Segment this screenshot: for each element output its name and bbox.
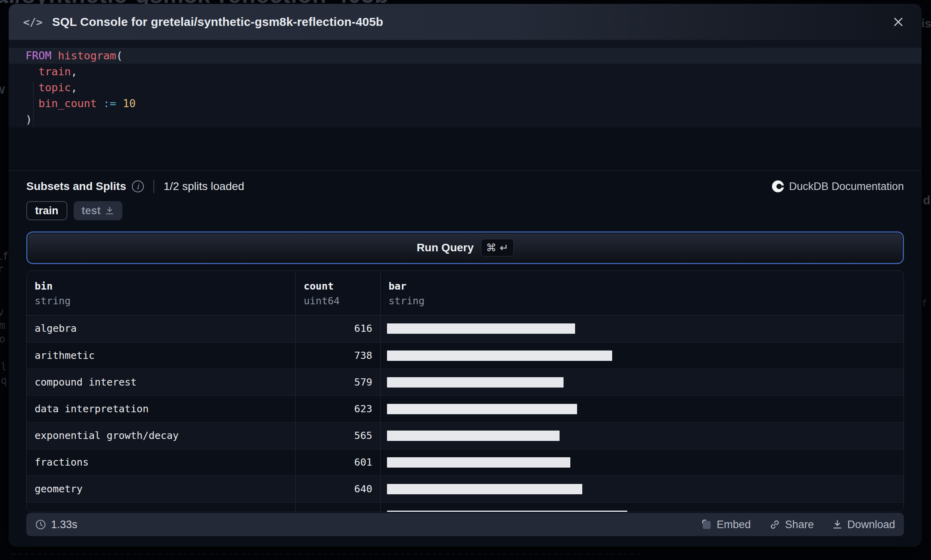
cell-bar [380, 423, 904, 449]
table-row: geometry640 [27, 476, 904, 502]
table-row-partial: 787 [27, 502, 904, 512]
table-body: algebra616arithmetic738compound interest… [27, 315, 904, 512]
page-background: ai/synthetic-gsm8k-reflection-405b wiftr… [0, 0, 931, 560]
cell-bar [380, 449, 904, 476]
histogram-bar [387, 404, 577, 414]
column-name: bin [35, 280, 287, 292]
column-name: count [304, 280, 372, 292]
histogram-bar [387, 323, 575, 334]
split-pill-test[interactable]: test [74, 201, 122, 220]
split-pill-test-label: test [82, 205, 101, 217]
background-text-fragment: if [0, 251, 8, 261]
embed-label: Embed [717, 519, 751, 531]
cell-bar [380, 503, 904, 512]
cell-bin: data interpretation [27, 396, 295, 422]
histogram-bar [387, 431, 560, 441]
cell-bin: arithmetic [27, 343, 295, 369]
subsets-row: Subsets and Splits i 1/2 splits loaded D… [9, 177, 921, 196]
column-name: bar [389, 280, 896, 292]
duckdb-documentation-link[interactable]: DuckDB Documentation [772, 180, 904, 193]
vertical-separator [153, 180, 154, 193]
download-icon [105, 206, 114, 215]
cell-bin: algebra [27, 315, 295, 342]
cell-count: 579 [295, 369, 380, 396]
column-type: string [389, 295, 896, 307]
column-type: string [35, 295, 287, 307]
code-token: 10 [123, 97, 136, 110]
column-type: uint64 [304, 295, 372, 307]
cell-count: 738 [295, 343, 380, 369]
run-query-label: Run Query [416, 241, 473, 254]
background-text-fragment: tr [0, 264, 4, 274]
subsets-heading: Subsets and Splits [26, 180, 126, 193]
table-header-row: bin string count uint64 bar string [27, 271, 904, 315]
background-dotted-line [12, 554, 642, 554]
cell-bar [380, 369, 904, 396]
sql-editor[interactable]: FROM histogram( train, topic, bin_count … [9, 40, 921, 127]
cell-count: 601 [295, 449, 380, 476]
code-line: topic, [9, 80, 921, 96]
background-text-fragment: is [921, 18, 931, 29]
modal-header: </> SQL Console for gretelai/synthetic-g… [9, 4, 921, 40]
split-pill-train[interactable]: train [26, 201, 67, 220]
query-duration: 1.33s [35, 519, 77, 531]
code-token [97, 97, 103, 110]
code-token: topic [39, 81, 71, 94]
splits-loaded-status: 1/2 splits loaded [164, 180, 244, 193]
cell-bar [380, 315, 904, 342]
code-token: , [71, 81, 77, 94]
background-text-fragment: to [0, 334, 5, 344]
query-duration-value: 1.33s [51, 519, 77, 531]
footer-actions: Embed Share Download [701, 519, 895, 531]
histogram-bar [387, 377, 564, 388]
code-token: FROM [26, 49, 51, 62]
split-pill-train-label: train [35, 205, 59, 217]
background-text-fragment: om [0, 320, 5, 331]
table-row: fractions601 [27, 449, 904, 476]
background-text-fragment: w [0, 82, 5, 96]
table-row: exponential growth/decay565 [27, 422, 904, 449]
section-divider [9, 170, 921, 171]
code-token [26, 97, 39, 110]
download-icon [832, 519, 843, 530]
background-text-fragment: f r [921, 299, 931, 308]
code-token: train [39, 65, 71, 78]
table-row: data interpretation623 [27, 396, 904, 422]
close-button[interactable] [890, 13, 907, 31]
cell-bin: fractions [27, 449, 295, 476]
sql-code: FROM histogram( train, topic, bin_count … [9, 48, 921, 127]
code-token: ) [26, 113, 32, 125]
code-token: bin_count [39, 97, 97, 110]
close-icon [892, 16, 904, 28]
duckdb-logo-icon [772, 180, 784, 193]
run-query-button[interactable]: Run Query ⌘ ↵ [26, 231, 904, 264]
cell-bin [27, 503, 295, 512]
clock-icon [35, 519, 46, 530]
cell-bar [380, 476, 904, 502]
share-icon [769, 519, 780, 530]
duckdb-documentation-label: DuckDB Documentation [789, 180, 904, 193]
background-text-fragment: ul [0, 362, 7, 372]
code-line: FROM histogram( [9, 48, 921, 64]
code-line: bin_count := 10 [9, 96, 921, 112]
cell-bin: geometry [27, 476, 295, 502]
share-button[interactable]: Share [769, 519, 814, 531]
background-text-fragment: d [923, 194, 930, 206]
table-row: compound interest579 [27, 369, 904, 396]
embed-button[interactable]: Embed [701, 519, 751, 531]
info-icon[interactable]: i [132, 180, 144, 192]
cell-count: 787 [295, 503, 380, 512]
embed-icon [701, 519, 712, 530]
code-token [116, 97, 123, 110]
keyboard-shortcut-badge: ⌘ ↵ [481, 239, 514, 257]
code-token [26, 65, 39, 78]
cell-bin: compound interest [27, 369, 295, 396]
results-table[interactable]: bin string count uint64 bar string algeb… [26, 270, 904, 512]
download-button[interactable]: Download [832, 519, 895, 531]
code-token: histogram [58, 49, 116, 62]
histogram-bar [387, 350, 612, 361]
histogram-bar [387, 484, 582, 494]
code-line: train, [9, 64, 921, 80]
histogram-bar [387, 457, 570, 468]
background-text-fragment: eq [0, 375, 7, 386]
